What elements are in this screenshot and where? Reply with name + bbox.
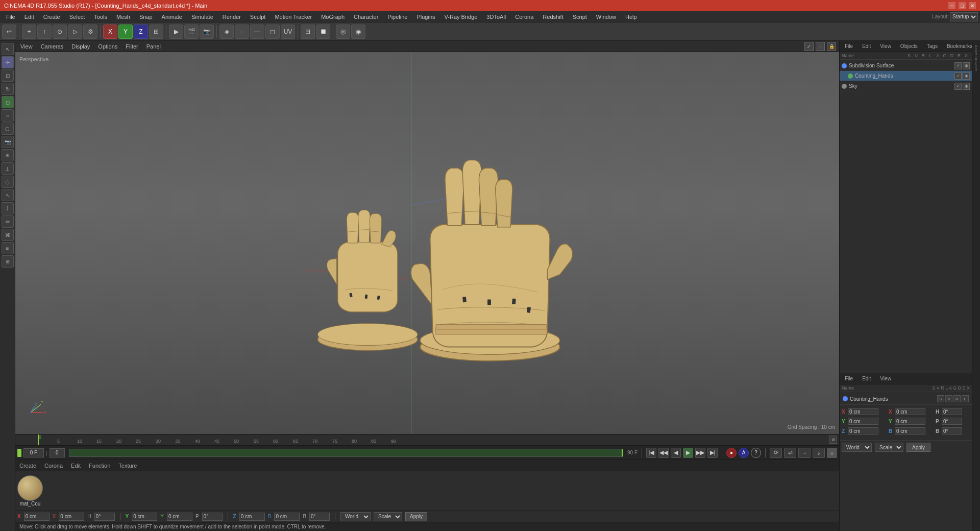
tool-spline[interactable]: ∿ — [2, 189, 14, 201]
menu-window[interactable]: Window — [592, 13, 620, 21]
render-active-button[interactable]: ▶ — [169, 25, 183, 39]
obj-subdivision-surface[interactable]: Subdivision Surface ✓ ◉ — [840, 61, 972, 71]
attr-vis-1[interactable]: S — [937, 395, 944, 402]
go-end-button[interactable]: ▶| — [707, 448, 718, 458]
loop-button[interactable]: ⟳ — [770, 448, 782, 458]
z-size-input[interactable] — [274, 513, 300, 521]
vp-menu-cameras[interactable]: Cameras — [39, 42, 66, 51]
menu-animate[interactable]: Animate — [158, 13, 186, 21]
mat-corona[interactable]: Corona — [42, 462, 65, 470]
parent-button[interactable]: ↑ — [37, 25, 52, 39]
menu-plugins[interactable]: Plugins — [412, 13, 439, 21]
p-input[interactable] — [202, 513, 223, 521]
render-settings-button[interactable]: ⚙ — [83, 25, 97, 39]
attr-y-size[interactable] — [895, 418, 925, 425]
menu-sculpt[interactable]: Sculpt — [246, 13, 270, 21]
extra-2[interactable]: ◉ — [351, 25, 365, 39]
play-reverse-button[interactable]: ◀ — [671, 448, 681, 458]
strip-browser[interactable]: Asset Browser — [973, 43, 979, 74]
coordinate-system-button[interactable]: ⊞ — [149, 25, 163, 39]
obj-vis-toggle[interactable]: ✓ — [954, 62, 962, 69]
attr-vis-2[interactable]: V — [945, 395, 952, 402]
tool-move[interactable]: ✛ — [2, 56, 14, 68]
attr-h[interactable] — [942, 408, 962, 415]
menu-tools[interactable]: Tools — [90, 13, 111, 21]
attr-view[interactable]: View — [877, 375, 894, 382]
mat-function[interactable]: Function — [87, 462, 112, 470]
obj-sky[interactable]: Sky ✓ ◉ — [840, 81, 972, 91]
mat-create[interactable]: Create — [17, 462, 38, 470]
menu-corona[interactable]: Corona — [511, 13, 537, 21]
timeline-ruler[interactable]: 0 5 10 15 20 25 30 35 40 45 50 55 60 65 … — [15, 434, 839, 445]
world-select[interactable]: World Object — [340, 512, 371, 521]
extra-1[interactable]: ◎ — [336, 25, 350, 39]
step-back-button[interactable]: ◀◀ — [658, 448, 669, 458]
tool-extrude[interactable]: ⤴ — [2, 202, 14, 214]
attr-world-select[interactable]: World Object — [842, 443, 872, 452]
attr-object-row[interactable]: Counting_Hands S V R L — [840, 393, 972, 405]
attr-b[interactable] — [942, 427, 962, 435]
attr-z-pos[interactable] — [848, 427, 878, 435]
menu-mesh[interactable]: Mesh — [112, 13, 134, 21]
om-tags[interactable]: Tags — [924, 42, 941, 50]
timeline-settings[interactable]: ⚙ — [829, 436, 837, 444]
menu-file[interactable]: File — [2, 13, 19, 21]
grid-button[interactable]: ⊟ — [301, 25, 315, 39]
edge-mode-button[interactable]: — — [250, 25, 264, 39]
poly-mode-button[interactable]: ◻ — [265, 25, 280, 39]
obj-render-toggle[interactable]: ◉ — [963, 62, 970, 69]
tool-light[interactable]: ☀ — [2, 149, 14, 161]
vp-menu-view[interactable]: View — [18, 42, 35, 51]
auto-key-button[interactable]: A — [739, 448, 749, 458]
om-objects[interactable]: Objects — [897, 42, 921, 50]
layout-preset-select[interactable]: Startup — [950, 12, 978, 21]
h-input[interactable] — [94, 513, 115, 521]
menu-render[interactable]: Render — [218, 13, 245, 21]
vp-menu-display[interactable]: Display — [69, 42, 92, 51]
current-frame-input[interactable] — [23, 448, 44, 457]
attr-z-size[interactable] — [895, 427, 925, 435]
tool-paint[interactable]: ✏ — [2, 215, 14, 228]
obj-counting-hands[interactable]: Counting_Hands ✓ ◉ — [840, 71, 972, 81]
attr-scale-select[interactable]: Scale Size — [875, 443, 903, 452]
render-button[interactable]: ▷ — [68, 25, 82, 39]
vp-menu-options[interactable]: Options — [96, 42, 119, 51]
tool-layer[interactable]: ≡ — [2, 242, 14, 254]
tool-scale[interactable]: ⊡ — [2, 69, 14, 82]
scale-select[interactable]: Scale Size — [374, 512, 402, 521]
apply-button[interactable]: Apply — [405, 512, 427, 521]
pingpong-button[interactable]: ⇌ — [784, 448, 796, 458]
render-picture-button[interactable]: 📷 — [200, 25, 214, 39]
attr-p[interactable] — [942, 418, 962, 425]
attr-edit[interactable]: Edit — [859, 375, 874, 382]
maximize-button[interactable]: □ — [959, 2, 966, 9]
obj-vis-toggle[interactable]: ✓ — [954, 83, 962, 90]
uv-mode-button[interactable]: UV — [281, 25, 295, 39]
x-axis-button[interactable]: X — [103, 25, 117, 39]
point-mode-button[interactable]: · — [235, 25, 249, 39]
tool-camera[interactable]: 📷 — [2, 136, 14, 148]
x-position-input[interactable] — [24, 513, 50, 521]
z-position-input[interactable] — [239, 513, 265, 521]
tool-mograph[interactable]: ⊕ — [2, 255, 14, 268]
attr-x-pos[interactable] — [848, 408, 878, 415]
y-position-input[interactable] — [132, 513, 157, 521]
tool-cube[interactable]: ◻ — [2, 96, 14, 108]
timeline-more[interactable]: ≡ — [827, 448, 837, 458]
menu-simulate[interactable]: Simulate — [187, 13, 217, 21]
tool-sphere[interactable]: ○ — [2, 109, 14, 122]
key-button[interactable]: ? — [751, 448, 761, 458]
obj-render-toggle[interactable]: ◉ — [963, 83, 970, 90]
om-bookmarks[interactable]: Bookmarks — [944, 42, 975, 50]
audio-button[interactable]: ♪ — [813, 448, 825, 458]
menu-motion-tracker[interactable]: Motion Tracker — [271, 13, 316, 21]
menu-edit[interactable]: Edit — [20, 13, 38, 21]
menu-vray[interactable]: V-Ray Bridge — [440, 13, 482, 21]
menu-mograph[interactable]: MoGraph — [317, 13, 349, 21]
record-button[interactable]: ● — [726, 448, 737, 458]
vp-menu-panel[interactable]: Panel — [144, 42, 163, 51]
om-edit[interactable]: Edit — [859, 42, 874, 50]
attr-x-size[interactable] — [895, 408, 925, 415]
menu-3dtoall[interactable]: 3DToAll — [482, 13, 510, 21]
x-size-input[interactable] — [59, 513, 84, 521]
